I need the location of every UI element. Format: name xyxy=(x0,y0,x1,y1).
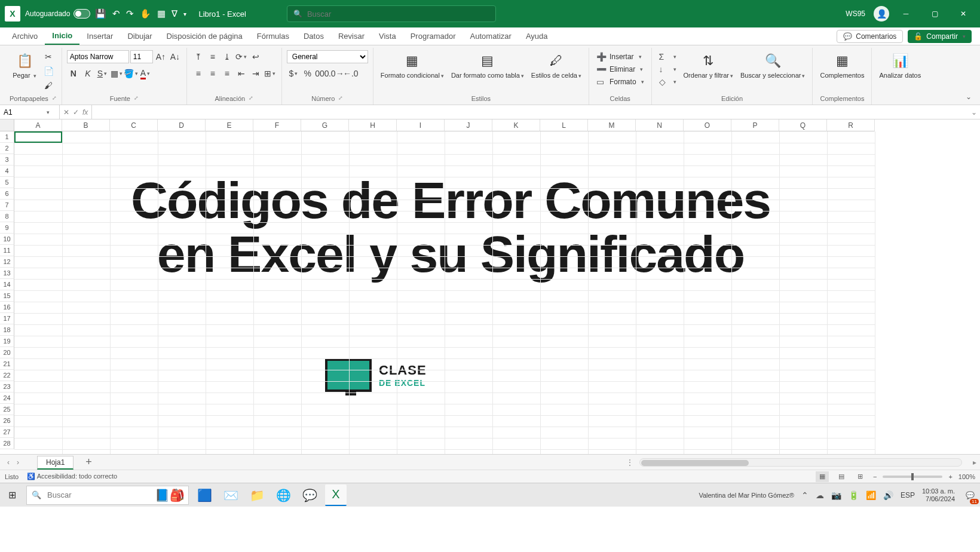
bold-icon[interactable]: N xyxy=(67,67,80,80)
increase-decimal-icon[interactable]: .0→ xyxy=(330,67,343,80)
column-header[interactable]: N xyxy=(636,119,684,131)
column-header[interactable]: M xyxy=(588,119,636,131)
find-select-button[interactable]: 🔍Buscar y seleccionar▾ xyxy=(738,50,808,81)
sheet-tab[interactable]: Hoja1 xyxy=(37,456,74,470)
row-header[interactable]: 24 xyxy=(0,392,14,404)
volume-icon[interactable]: 🔊 xyxy=(883,490,893,500)
column-header[interactable]: E xyxy=(206,119,253,131)
taskbar-app-store[interactable]: 🟦 xyxy=(194,484,215,506)
row-header[interactable]: 16 xyxy=(0,302,14,313)
sheet-prev-icon[interactable]: ‹ xyxy=(5,457,12,468)
dialog-launcher-icon[interactable]: ⤢ xyxy=(134,95,139,102)
column-header[interactable]: D xyxy=(158,119,206,131)
tab-disposición-de-página[interactable]: Disposición de página xyxy=(160,27,250,45)
italic-icon[interactable]: K xyxy=(81,67,94,80)
analyze-data-button[interactable]: 📊Analizar datos xyxy=(877,50,923,80)
decrease-decimal-icon[interactable]: ←.0 xyxy=(344,67,357,80)
paste-button[interactable]: 📋 Pegar ▾ xyxy=(10,50,39,81)
tab-insertar[interactable]: Insertar xyxy=(79,27,120,45)
align-right-icon[interactable]: ≡ xyxy=(220,67,234,80)
column-header[interactable]: A xyxy=(14,119,62,131)
row-header[interactable]: 8 xyxy=(0,211,14,222)
name-box-input[interactable] xyxy=(4,108,45,116)
row-header[interactable]: 2 xyxy=(0,143,14,154)
orientation-icon[interactable]: ⟳▾ xyxy=(235,50,248,63)
row-header[interactable]: 25 xyxy=(0,404,14,415)
zoom-slider-knob[interactable] xyxy=(911,473,914,480)
comma-icon[interactable]: 000 xyxy=(316,67,329,80)
expand-formula-bar-icon[interactable]: ⌄ xyxy=(968,105,980,119)
align-center-icon[interactable]: ≡ xyxy=(206,67,219,80)
meet-now-icon[interactable]: 📷 xyxy=(831,490,841,500)
undo-icon[interactable]: ↶ xyxy=(112,8,120,19)
filter-icon[interactable]: ∇ xyxy=(172,8,177,19)
column-header[interactable]: P xyxy=(731,119,779,131)
row-headers[interactable]: 1234567891011121314151617181920212223242… xyxy=(0,131,14,454)
font-name-combo[interactable] xyxy=(67,50,129,63)
format-painter-icon[interactable]: 🖌 xyxy=(42,79,55,92)
normal-view-icon[interactable]: ▦ xyxy=(816,471,829,482)
scroll-right-icon[interactable]: ▸ xyxy=(969,458,980,467)
search-input[interactable] xyxy=(307,10,489,19)
conditional-format-button[interactable]: ▦Formato condicional▾ xyxy=(378,50,446,81)
decrease-indent-icon[interactable]: ⇤ xyxy=(235,67,248,80)
row-header[interactable]: 5 xyxy=(0,177,14,188)
format-cells-button[interactable]: ▭Formato▾ xyxy=(594,76,647,87)
page-break-view-icon[interactable]: ⊞ xyxy=(854,471,867,482)
row-header[interactable]: 26 xyxy=(0,415,14,427)
spreadsheet-grid[interactable]: ABCDEFGHIJKLMNOPQR 123456789101112131415… xyxy=(0,119,980,454)
chevron-down-icon[interactable]: ▾ xyxy=(47,109,50,115)
dialog-launcher-icon[interactable]: ⤢ xyxy=(52,95,57,102)
column-header[interactable]: J xyxy=(445,119,492,131)
tab-automatizar[interactable]: Automatizar xyxy=(463,27,519,45)
scrollbar-thumb[interactable] xyxy=(641,460,749,466)
taskbar-app-explorer[interactable]: 📁 xyxy=(246,484,268,506)
copy-icon[interactable]: 📄 xyxy=(42,65,55,78)
taskbar-app-chrome[interactable]: 🌐 xyxy=(272,484,294,506)
row-header[interactable]: 11 xyxy=(0,245,14,256)
align-middle-icon[interactable]: ≡ xyxy=(206,50,219,63)
clear-button[interactable]: ◇▾ xyxy=(657,76,679,87)
column-header[interactable]: O xyxy=(684,119,731,131)
column-header[interactable]: C xyxy=(110,119,158,131)
increase-indent-icon[interactable]: ⇥ xyxy=(249,67,262,80)
tab-programador[interactable]: Programador xyxy=(403,27,463,45)
search-box[interactable]: 🔍 xyxy=(287,5,496,22)
wifi-icon[interactable]: 📶 xyxy=(866,490,876,500)
merge-center-icon[interactable]: ⊞▾ xyxy=(264,67,277,80)
zoom-slider[interactable] xyxy=(883,476,942,478)
zoom-level[interactable]: 100% xyxy=(958,473,975,480)
dialog-launcher-icon[interactable]: ⤢ xyxy=(338,95,343,102)
row-header[interactable]: 10 xyxy=(0,234,14,245)
align-left-icon[interactable]: ≡ xyxy=(192,67,205,80)
row-header[interactable]: 21 xyxy=(0,358,14,370)
borders-icon[interactable]: ▦▾ xyxy=(110,67,123,80)
language-indicator[interactable]: ESP xyxy=(901,491,915,499)
name-box[interactable]: ▾ xyxy=(0,105,60,119)
horizontal-scrollbar[interactable] xyxy=(639,458,962,467)
font-color-icon[interactable]: A▾ xyxy=(139,67,152,80)
row-header[interactable]: 19 xyxy=(0,336,14,347)
row-header[interactable]: 22 xyxy=(0,370,14,381)
maximize-button[interactable]: ▢ xyxy=(923,5,947,22)
percent-icon[interactable]: % xyxy=(301,67,314,80)
increase-font-icon[interactable]: A↑ xyxy=(154,50,167,63)
column-header[interactable]: L xyxy=(540,119,588,131)
fill-color-icon[interactable]: 🪣▾ xyxy=(124,67,137,80)
decrease-font-icon[interactable]: A↓ xyxy=(169,50,182,63)
column-header[interactable]: G xyxy=(301,119,349,131)
row-header[interactable]: 9 xyxy=(0,222,14,234)
minimize-button[interactable]: ─ xyxy=(894,5,918,22)
font-size-combo[interactable] xyxy=(130,50,153,63)
column-header[interactable]: Q xyxy=(779,119,827,131)
taskbar-app-mail[interactable]: ✉️ xyxy=(220,484,241,506)
row-header[interactable]: 1 xyxy=(0,131,14,143)
underline-icon[interactable]: S▾ xyxy=(96,67,109,80)
share-button[interactable]: 🔓 Compartir ▾ xyxy=(908,30,972,43)
tab-revisar[interactable]: Revisar xyxy=(331,27,372,45)
tray-expand-icon[interactable]: ⌃ xyxy=(801,490,808,500)
row-header[interactable]: 14 xyxy=(0,279,14,290)
row-header[interactable]: 13 xyxy=(0,268,14,279)
battery-icon[interactable]: 🔋 xyxy=(849,490,859,500)
zoom-out-icon[interactable]: − xyxy=(873,473,877,480)
